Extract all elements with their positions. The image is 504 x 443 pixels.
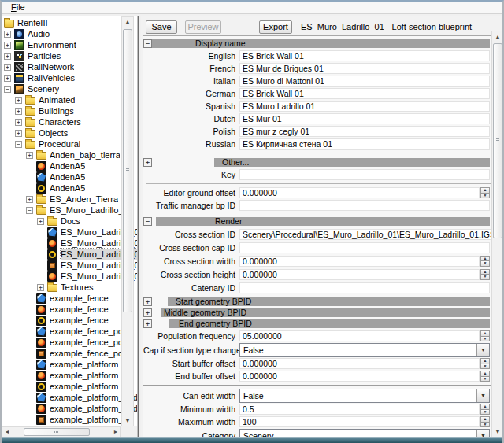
property-field[interactable]: ES Кирпичная стена 01 <box>239 138 490 150</box>
tree-item[interactable]: AndenA5 <box>2 172 137 183</box>
expand-icon[interactable]: + <box>15 97 22 104</box>
property-field[interactable] <box>239 242 490 253</box>
tree-item[interactable]: AndenA5 <box>2 161 137 172</box>
expand-icon[interactable]: + <box>26 196 33 203</box>
property-field[interactable]: ES Muro Ladrillo 01 <box>239 101 490 112</box>
property-field[interactable]: Scenery\Procedural\ES_Muro_Ladrillo_01\E… <box>239 229 498 240</box>
properties-vertical-scrollbar[interactable]: ▲ ▼ <box>491 31 504 437</box>
expand-icon[interactable]: + <box>4 31 11 38</box>
scroll-left-icon[interactable]: ◄ <box>2 427 12 437</box>
tree-item[interactable]: ES_Muro_Ladrillo_0 <box>2 260 137 271</box>
value-spinner[interactable]: ▲▼ <box>480 404 490 415</box>
property-field[interactable]: 0.000000 <box>239 358 480 369</box>
section-collapse-button[interactable]: − <box>143 39 152 48</box>
tree-item[interactable]: +RailVehicles <box>2 72 137 83</box>
tree-item[interactable]: +Docs <box>2 216 137 227</box>
value-spinner[interactable]: ▲▼ <box>480 371 490 382</box>
tree-item[interactable]: example_platform_end <box>2 403 137 414</box>
spin-down-icon[interactable]: ▼ <box>480 377 490 382</box>
tree-item[interactable]: example_platform <box>2 381 137 392</box>
tree-item[interactable]: −Procedural <box>2 138 137 150</box>
property-field[interactable]: 0.000000 <box>239 187 480 198</box>
expand-icon[interactable]: + <box>37 284 44 291</box>
properties-vscroll-thumb[interactable] <box>493 43 502 238</box>
tree-hscroll-thumb[interactable] <box>24 428 90 436</box>
tree-item[interactable]: example_platform_end <box>2 392 137 403</box>
save-button[interactable]: Save <box>146 20 177 34</box>
tree-item[interactable]: +Textures <box>2 282 137 293</box>
tree-item[interactable]: ES_Muro_Ladrillo_0 <box>2 271 137 282</box>
expand-icon[interactable]: + <box>4 53 11 60</box>
tree-item[interactable]: +Particles <box>2 50 137 61</box>
property-field[interactable]: 0.000000 <box>239 256 480 267</box>
tree-item[interactable]: example_platform_en <box>2 414 137 425</box>
property-field[interactable]: ES Muro di Mattoni 01 <box>239 76 490 87</box>
tree-item[interactable]: +Characters <box>2 116 137 127</box>
property-field[interactable]: ES mur z cegly 01 <box>239 126 490 137</box>
property-field[interactable]: 100 <box>239 416 480 427</box>
expand-icon[interactable]: + <box>4 42 11 49</box>
tree-horizontal-scrollbar[interactable]: ◄ ► <box>2 426 121 437</box>
menu-file[interactable]: File <box>8 2 28 13</box>
spin-down-icon[interactable]: ▼ <box>480 194 490 199</box>
property-combobox[interactable]: False▼ <box>239 389 490 403</box>
tree-item[interactable]: +Buildings <box>2 105 137 116</box>
property-field[interactable] <box>239 200 490 211</box>
expand-icon[interactable]: + <box>4 75 11 82</box>
expand-icon[interactable]: + <box>37 218 44 225</box>
scroll-down-icon[interactable]: ▼ <box>122 415 133 426</box>
section-collapse-button[interactable]: − <box>143 217 152 226</box>
tree-item[interactable]: +RailNetwork <box>2 61 137 72</box>
property-field[interactable] <box>239 282 490 293</box>
chevron-down-icon[interactable]: ▼ <box>476 430 489 438</box>
section-header-bar[interactable] <box>214 158 490 167</box>
property-combobox[interactable]: Scenery▼ <box>239 429 490 438</box>
section-expand-button[interactable]: + <box>143 297 152 306</box>
export-button[interactable]: Export <box>259 20 292 34</box>
scroll-down-icon[interactable]: ▼ <box>492 426 503 437</box>
tree-item[interactable]: ES_Muro_Ladrillo_0 <box>2 249 137 260</box>
tree-item[interactable]: ES_Muro_Ladrillo_0 <box>2 227 137 238</box>
section-header-bar[interactable] <box>156 217 490 226</box>
property-field[interactable]: ES Mur de Briques 01 <box>239 63 490 74</box>
section-expand-button[interactable]: + <box>143 308 152 317</box>
value-spinner[interactable]: ▲▼ <box>480 187 490 198</box>
tree-item[interactable]: +Audio <box>2 28 137 39</box>
property-field[interactable]: 0.000000 <box>239 269 480 280</box>
tree-item[interactable]: example_fence <box>2 304 137 315</box>
property-field[interactable]: 0.000000 <box>239 371 480 382</box>
property-field[interactable]: ES Brick Wall 01 <box>239 88 490 99</box>
property-combobox[interactable]: False▼ <box>239 343 490 357</box>
tree-item[interactable]: example_platform <box>2 359 137 370</box>
tree-item[interactable]: example_fence_post <box>2 337 137 348</box>
tree-item[interactable]: example_fence <box>2 315 137 326</box>
section-expand-button[interactable]: + <box>143 319 152 328</box>
tree-item[interactable]: +Anden_bajo_tierra <box>2 150 137 161</box>
value-spinner[interactable]: ▲▼ <box>480 269 490 280</box>
expand-icon[interactable]: + <box>15 108 22 115</box>
scroll-up-icon[interactable]: ▲ <box>492 31 503 42</box>
tree-item[interactable]: ES_Muro_Ladrillo_0 <box>2 238 137 249</box>
tree-item[interactable]: example_fence_post <box>2 348 137 359</box>
chevron-down-icon[interactable]: ▼ <box>476 344 489 356</box>
property-field[interactable]: 0.5 <box>239 404 480 415</box>
spin-down-icon[interactable]: ▼ <box>480 337 490 342</box>
section-expand-button[interactable]: + <box>143 158 152 167</box>
tree-item[interactable]: +ES_Anden_Tierra <box>2 194 137 205</box>
tree-vertical-scrollbar[interactable]: ▲ ▼ <box>121 16 134 426</box>
spin-down-icon[interactable]: ▼ <box>480 410 490 415</box>
expand-icon[interactable]: + <box>26 152 33 159</box>
tree-item[interactable]: example_fence <box>2 293 137 304</box>
spin-down-icon[interactable]: ▼ <box>480 423 490 428</box>
spin-down-icon[interactable]: ▼ <box>480 275 490 280</box>
panel-divider[interactable] <box>137 16 139 437</box>
tree-item[interactable]: +Environment <box>2 39 137 50</box>
tree-item[interactable]: −ES_Muro_Ladrillo_01 <box>2 205 137 216</box>
tree-item[interactable]: AndenA5 <box>2 183 137 194</box>
collapse-icon[interactable]: − <box>26 207 33 214</box>
value-spinner[interactable]: ▲▼ <box>480 330 490 341</box>
property-field[interactable]: ES Mur 01 <box>239 113 490 124</box>
tree-item[interactable]: example_fence_post <box>2 326 137 337</box>
spin-down-icon[interactable]: ▼ <box>480 364 490 370</box>
tree-item[interactable]: example_platform <box>2 370 137 381</box>
